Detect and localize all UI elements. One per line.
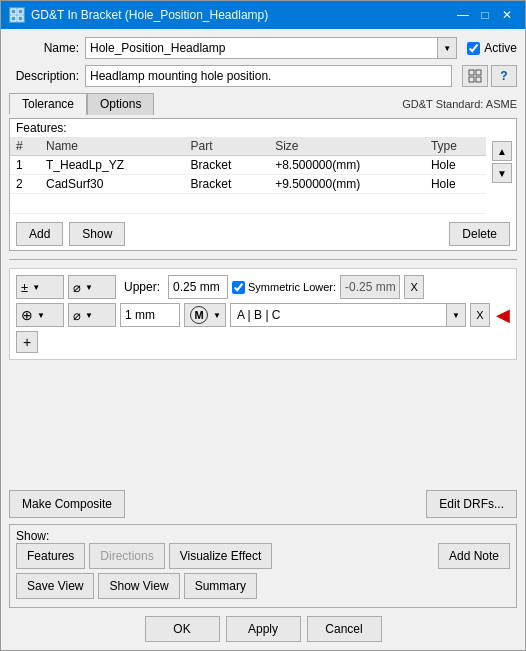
tabs-row: Tolerance Options GD&T Standard: ASME [9,93,517,114]
row1-type: Hole [425,156,486,175]
svg-rect-0 [11,9,16,14]
row2-part: Bracket [185,175,270,194]
tolerance-section: ± ▼ ⌀ ▼ Upper: Symmetric Lower: X [9,268,517,360]
edit-drfs-button[interactable]: Edit DRFs... [426,490,517,518]
svg-rect-5 [476,70,481,75]
up-down-buttons: ▲ ▼ [490,137,516,214]
spacer [9,364,517,484]
make-composite-button[interactable]: Make Composite [9,490,125,518]
datum-input[interactable]: A | B | C [230,303,446,327]
show-buttons-row1: Features Directions Visualize Effect Add… [16,543,510,569]
name-dropdown-arrow[interactable]: ▼ [437,37,457,59]
datum-dropdown-arrow[interactable]: ▼ [446,303,466,327]
svg-rect-2 [11,16,16,21]
feature-action-buttons: Add Show Delete [10,218,516,250]
help-button[interactable]: ? [491,65,517,87]
summary-button[interactable]: Summary [184,573,257,599]
tol-x-btn1[interactable]: X [404,275,424,299]
row1-num: 1 [10,156,40,175]
tol-diameter-select1[interactable]: ⌀ ▼ [68,275,116,299]
red-arrow-icon: ◀ [496,304,510,326]
symmetric-checkbox[interactable] [232,281,245,294]
features-label: Features: [10,119,516,137]
composite-row: Make Composite Edit DRFs... [9,490,517,518]
show-buttons-row2: Save View Show View Summary [16,573,510,599]
active-checkbox[interactable] [467,42,480,55]
svg-rect-7 [476,77,481,82]
tolerance-row1: ± ▼ ⌀ ▼ Upper: Symmetric Lower: X [16,275,510,299]
features-show-button[interactable]: Features [16,543,85,569]
active-label: Active [484,41,517,55]
tol-symbol-select2[interactable]: ⊕ ▼ [16,303,64,327]
move-down-button[interactable]: ▼ [492,163,512,183]
col-num: # [10,137,40,156]
add-row-button[interactable]: + [16,331,38,353]
tab-options[interactable]: Options [87,93,154,115]
row1-size: +8.500000(mm) [269,156,425,175]
move-up-button[interactable]: ▲ [492,141,512,161]
row1-part: Bracket [185,156,270,175]
plus-icon: + [23,334,31,350]
show-section: Show: Features Directions Visualize Effe… [9,524,517,608]
name-combo: ▼ [85,37,457,59]
table-row[interactable]: 1 T_HeadLp_YZ Bracket +8.500000(mm) Hole [10,156,486,175]
close-button[interactable]: ✕ [497,5,517,25]
col-part: Part [185,137,270,156]
show-button[interactable]: Show [69,222,125,246]
tol-x-btn2[interactable]: X [470,303,490,327]
cancel-button[interactable]: Cancel [307,616,382,642]
upper-input[interactable] [168,275,228,299]
minimize-button[interactable]: — [453,5,473,25]
window-title: GD&T In Bracket (Hole_Position_Headlamp) [31,8,268,22]
description-input[interactable] [85,65,452,87]
tol-size-input[interactable] [120,303,180,327]
show-label: Show: [16,529,49,543]
row2-type: Hole [425,175,486,194]
name-label: Name: [9,41,79,55]
apply-button[interactable]: Apply [226,616,301,642]
maximize-button[interactable]: □ [475,5,495,25]
description-icon-btn[interactable] [462,65,488,87]
col-name: Name [40,137,185,156]
features-panel: Features: # Name Part Size Type [9,118,517,251]
tolerance-row2: ⊕ ▼ ⌀ ▼ M ▼ A | B | C ▼ [16,303,510,327]
separator1 [9,259,517,260]
gdt-standard: GD&T Standard: ASME [402,98,517,110]
m-circle: M [190,306,208,324]
name-input[interactable] [85,37,437,59]
svg-rect-3 [18,16,23,21]
save-view-button[interactable]: Save View [16,573,94,599]
row2-num: 2 [10,175,40,194]
show-view-button[interactable]: Show View [98,573,179,599]
title-bar: GD&T In Bracket (Hole_Position_Headlamp)… [1,1,525,29]
table-row[interactable]: 2 CadSurf30 Bracket +9.500000(mm) Hole [10,175,486,194]
tol-symbol-select1[interactable]: ± ▼ [16,275,64,299]
lower-input[interactable] [340,275,400,299]
table-row-empty [10,194,486,214]
delete-button[interactable]: Delete [449,222,510,246]
directions-button[interactable]: Directions [89,543,164,569]
features-with-arrows: # Name Part Size Type 1 T_HeadLp_YZ [10,137,516,214]
svg-rect-1 [18,9,23,14]
add-note-button[interactable]: Add Note [438,543,510,569]
datum-combo: A | B | C ▼ [230,303,466,327]
row2-size: +9.500000(mm) [269,175,425,194]
svg-rect-4 [469,70,474,75]
ok-button[interactable]: OK [145,616,220,642]
svg-rect-6 [469,77,474,82]
tol-diameter-select2[interactable]: ⌀ ▼ [68,303,116,327]
tab-group: Tolerance Options [9,93,154,115]
add-button[interactable]: Add [16,222,63,246]
row1-name: T_HeadLp_YZ [40,156,185,175]
description-label: Description: [9,69,79,83]
upper-label: Upper: [124,280,160,294]
features-table: # Name Part Size Type 1 T_HeadLp_YZ [10,137,486,214]
col-type: Type [425,137,486,156]
name-row: Name: ▼ Active [9,37,517,59]
bottom-buttons: OK Apply Cancel [9,616,517,642]
visualize-effect-button[interactable]: Visualize Effect [169,543,273,569]
tol-m-select[interactable]: M ▼ [184,303,226,327]
description-row: Description: ? [9,65,517,87]
tab-tolerance[interactable]: Tolerance [9,93,87,115]
row2-name: CadSurf30 [40,175,185,194]
